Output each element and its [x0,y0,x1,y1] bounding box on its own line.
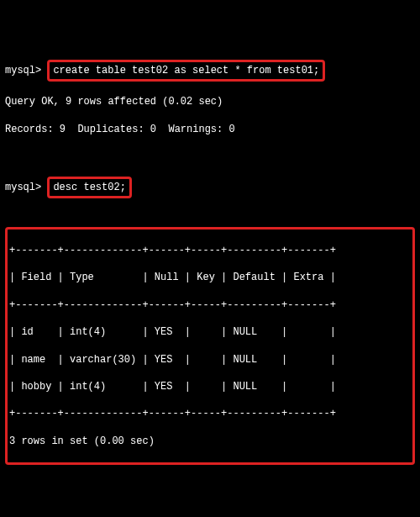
cmd-line-2: mysql> desc test02; [5,177,415,198]
result-footer: 3 rows in set (0.00 sec) [9,435,411,448]
table-header: | Field | Type | Null | Key | Default | … [9,271,411,284]
cmd1-result-2: Records: 9 Duplicates: 0 Warnings: 0 [5,123,415,136]
cmd-line-1: mysql> create table test02 as select * f… [5,60,415,82]
blank [5,150,415,163]
prompt: mysql> [5,182,41,193]
cmd1-result-1: Query OK, 9 rows affected (0.02 sec) [5,95,415,108]
table-sep: +-------+-------------+------+-----+----… [9,244,411,257]
prompt: mysql> [5,65,41,76]
table-row: | hobby | int(4) | YES | | NULL | | [9,380,411,393]
table-row: | name | varchar(30) | YES | | NULL | | [9,353,411,367]
cmd-create-table: create table test02 as select * from tes… [47,60,325,82]
table-sep: +-------+-------------+------+-----+----… [9,407,411,420]
cmd-desc-test02: desc test02; [47,177,131,198]
blank [5,493,415,506]
table-row: | id | int(4) | YES | | NULL | | [9,325,411,339]
table-sep: +-------+-------------+------+-----+----… [9,298,411,312]
desc-test02-block: +-------+-------------+------+-----+----… [5,227,415,465]
